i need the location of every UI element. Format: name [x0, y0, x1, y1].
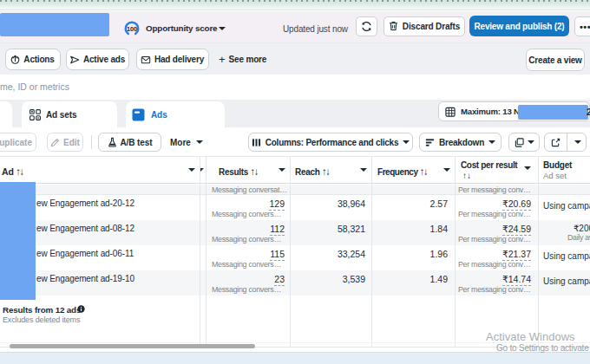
svg-text:100: 100: [127, 25, 137, 33]
